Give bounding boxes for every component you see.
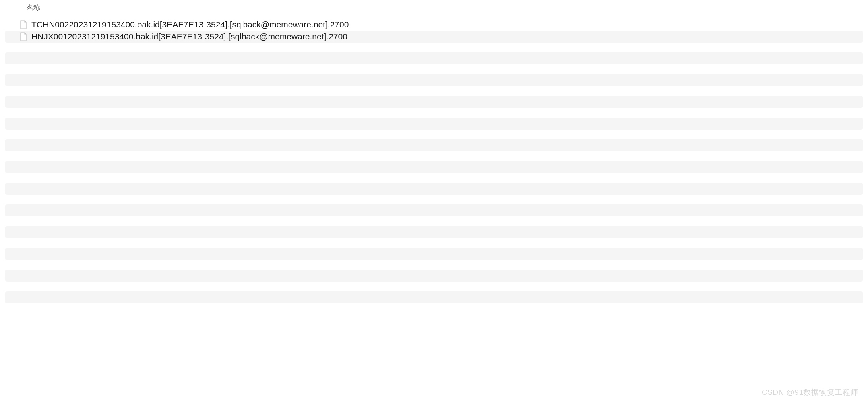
empty-row [5, 270, 863, 282]
empty-row [5, 96, 863, 108]
file-name: HNJX00120231219153400.bak.id[3EAE7E13-35… [31, 32, 347, 41]
file-name: TCHN00220231219153400.bak.id[3EAE7E13-35… [31, 20, 349, 29]
spacer [0, 282, 868, 291]
spacer [0, 195, 868, 204]
empty-row [5, 74, 863, 86]
watermark-text: CSDN @91数据恢复工程师 [762, 387, 858, 398]
empty-row [5, 226, 863, 238]
file-row[interactable]: TCHN00220231219153400.bak.id[3EAE7E13-35… [5, 19, 863, 31]
spacer [0, 86, 868, 96]
empty-row [5, 118, 863, 130]
file-icon [19, 32, 27, 41]
empty-row [5, 291, 863, 303]
spacer [0, 64, 868, 74]
column-header-row[interactable]: 名称 [0, 0, 868, 15]
file-list: TCHN00220231219153400.bak.id[3EAE7E13-35… [0, 15, 868, 303]
empty-row [5, 183, 863, 195]
column-header-name[interactable]: 名称 [27, 3, 40, 12]
empty-row [5, 161, 863, 173]
file-row[interactable]: HNJX00120231219153400.bak.id[3EAE7E13-35… [5, 31, 863, 43]
spacer [0, 173, 868, 183]
empty-row [5, 248, 863, 260]
spacer [0, 43, 868, 52]
file-icon [19, 20, 27, 29]
spacer [0, 108, 868, 118]
spacer [0, 130, 868, 139]
spacer [0, 151, 868, 161]
empty-row [5, 52, 863, 64]
spacer [0, 260, 868, 270]
spacer [0, 238, 868, 248]
spacer [0, 216, 868, 226]
empty-row [5, 204, 863, 216]
empty-row [5, 139, 863, 151]
